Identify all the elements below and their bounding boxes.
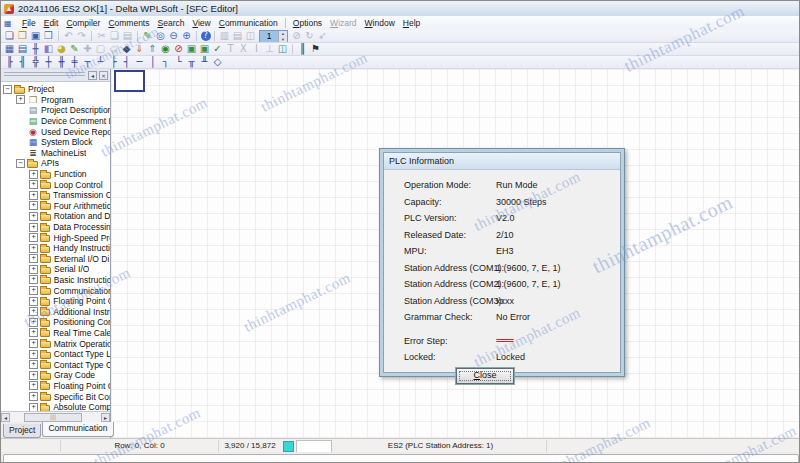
- tree-item-four-arithmetic[interactable]: +Four Arithmetic: [1, 201, 110, 212]
- tree-item-function[interactable]: +Function: [1, 169, 110, 180]
- print-icon[interactable]: ❒: [43, 30, 55, 42]
- tree-item-high-speed-pro[interactable]: +High-Speed Pro: [1, 232, 110, 243]
- menu-compiler[interactable]: Compiler: [62, 17, 104, 29]
- panel-pin-button[interactable]: ◂: [88, 71, 97, 80]
- help-icon[interactable]: ?: [201, 31, 211, 41]
- tree-item-loop-control[interactable]: +Loop Control: [1, 179, 110, 190]
- expand-icon[interactable]: +: [29, 339, 38, 348]
- zoom-level-spinner[interactable]: 1▴▾: [259, 30, 288, 43]
- collapse-icon[interactable]: −: [3, 85, 12, 94]
- simulator-icon[interactable]: ◕: [56, 43, 68, 55]
- collapse-icon[interactable]: −: [16, 159, 25, 168]
- zoom-area-icon[interactable]: ◎: [155, 30, 167, 42]
- ladder-contact-a-icon[interactable]: ╟: [4, 56, 16, 68]
- ladder-falling-edge-icon[interactable]: ┤: [121, 56, 133, 68]
- zoom-in-icon[interactable]: ⊕: [181, 30, 193, 42]
- expand-icon[interactable]: +: [29, 180, 38, 189]
- upload-program-icon[interactable]: ⇑: [147, 43, 159, 55]
- tree-item-apis[interactable]: −APIs: [1, 158, 110, 169]
- ladder-application-icon[interactable]: ╪: [69, 56, 81, 68]
- panel-close-button[interactable]: ×: [99, 71, 108, 80]
- ladder-diagram-icon[interactable]: ▦: [4, 43, 16, 55]
- expand-icon[interactable]: +: [29, 212, 38, 221]
- sfc-diagram-icon[interactable]: ╫: [30, 43, 42, 55]
- tree-item-used-device-report[interactable]: ◉Used Device Report: [1, 126, 110, 137]
- open-file-icon[interactable]: ❐: [17, 30, 29, 42]
- zoom-level-value[interactable]: 1: [260, 31, 278, 42]
- ladder-coil-icon[interactable]: ╫: [56, 56, 68, 68]
- horizontal-scrollbar[interactable]: ◂ ||| ▸: [1, 411, 110, 422]
- expand-icon[interactable]: +: [29, 223, 38, 232]
- scroll-left-arrow[interactable]: ◂: [1, 413, 10, 422]
- tree-item-machinelist[interactable]: ≣MachineList: [1, 148, 110, 159]
- selected-cell[interactable]: [114, 70, 145, 92]
- sfc-convergence-icon[interactable]: ╨: [199, 56, 211, 68]
- sfc-transition-icon[interactable]: └: [173, 56, 185, 68]
- spinner-arrows[interactable]: ▴▾: [278, 31, 287, 42]
- tree-item-program[interactable]: +❒Program: [1, 95, 110, 106]
- expand-icon[interactable]: +: [29, 392, 38, 401]
- tree-item-absolute-compa[interactable]: +Absolute Compa: [1, 402, 110, 411]
- scrollbar-thumb[interactable]: |||: [24, 413, 82, 422]
- sfc-divergence-icon[interactable]: ╥: [186, 56, 198, 68]
- expand-icon[interactable]: +: [29, 307, 38, 316]
- tree-item-handy-instructio[interactable]: +Handy Instructio: [1, 243, 110, 254]
- expand-icon[interactable]: +: [29, 170, 38, 179]
- com-setting-icon[interactable]: ◫: [277, 43, 289, 55]
- ladder-horizontal-line-icon[interactable]: ─: [134, 56, 146, 68]
- tree-item-positioning-cont[interactable]: +Positioning Cont: [1, 317, 110, 328]
- menu-file[interactable]: File: [18, 17, 40, 29]
- tree-item-project[interactable]: −Project: [1, 84, 110, 95]
- menu-communication[interactable]: Communication: [215, 17, 282, 29]
- menu-view[interactable]: View: [188, 17, 214, 29]
- ladder-parallel-b-icon[interactable]: ┼: [43, 56, 55, 68]
- tree-item-communication[interactable]: +Communication: [1, 285, 110, 296]
- tab-project[interactable]: Project: [3, 424, 41, 438]
- tree-item-project-description[interactable]: ▤Project Description: [1, 105, 110, 116]
- tree-item-matrix-operatio[interactable]: +Matrix Operatio: [1, 338, 110, 349]
- tree-item-gray-code[interactable]: +Gray Code: [1, 370, 110, 381]
- tree-item-real-time-calen[interactable]: +Real Time Calen: [1, 328, 110, 339]
- bookmark-flag-icon[interactable]: ⚑: [310, 43, 322, 55]
- expand-icon[interactable]: +: [29, 371, 38, 380]
- expand-icon[interactable]: +: [29, 265, 38, 274]
- zoom-out-icon[interactable]: ⊖: [168, 30, 180, 42]
- instruction-list-icon[interactable]: ▤: [17, 43, 29, 55]
- expand-icon[interactable]: +: [29, 233, 38, 242]
- tree-item-transmission-co[interactable]: +Transmission Co: [1, 190, 110, 201]
- menu-help[interactable]: Help: [399, 17, 424, 29]
- panel-grip[interactable]: [4, 72, 85, 78]
- ladder-branch-icon[interactable]: ┬: [82, 56, 94, 68]
- sfc-step-icon[interactable]: ┐: [160, 56, 172, 68]
- tree-item-floating-point-c[interactable]: +Floating Point C: [1, 381, 110, 392]
- menu-options[interactable]: Options: [289, 17, 326, 29]
- stop-plc-icon[interactable]: ⊘: [173, 43, 185, 55]
- menu-comments[interactable]: Comments: [104, 17, 153, 29]
- tree-item-contact-type-l[interactable]: +Contact Type L: [1, 349, 110, 360]
- pen-edit-icon[interactable]: ✎: [142, 30, 154, 42]
- edit-comment-icon[interactable]: ✎: [69, 43, 81, 55]
- expand-icon[interactable]: +: [29, 328, 38, 337]
- tree-item-serial-i-o[interactable]: +Serial I/O: [1, 264, 110, 275]
- tree-item-specific-bit-cor[interactable]: +Specific Bit Cor: [1, 391, 110, 402]
- ladder-join-icon[interactable]: ┴: [95, 56, 107, 68]
- tree-item-rotation-and-di[interactable]: +Rotation and Di: [1, 211, 110, 222]
- ladder-parallel-a-icon[interactable]: ╬: [30, 56, 42, 68]
- compile-ladder-icon[interactable]: ◆: [121, 43, 133, 55]
- expand-icon[interactable]: +: [29, 381, 38, 390]
- expand-icon[interactable]: +: [29, 191, 38, 200]
- tree-item-basic-instructio[interactable]: +Basic Instructio: [1, 275, 110, 286]
- ladder-rising-edge-icon[interactable]: ├: [108, 56, 120, 68]
- tree-item-system-block[interactable]: ▦System Block: [1, 137, 110, 148]
- tree-item-external-i-o-di[interactable]: +External I/O Di: [1, 254, 110, 265]
- expand-icon[interactable]: +: [29, 286, 38, 295]
- monitor-start-icon[interactable]: ▣: [199, 43, 211, 55]
- expand-icon[interactable]: +: [29, 201, 38, 210]
- expand-icon[interactable]: +: [29, 360, 38, 369]
- close-button[interactable]: Close: [456, 368, 514, 384]
- ladder-vertical-line-icon[interactable]: │: [147, 56, 159, 68]
- tree-item-floating-point-o[interactable]: +Floating Point O: [1, 296, 110, 307]
- new-file-icon[interactable]: ❏: [4, 30, 16, 42]
- run-plc-icon[interactable]: ▣: [186, 43, 198, 55]
- tree-item-additional-instru[interactable]: +Additional Instru: [1, 306, 110, 317]
